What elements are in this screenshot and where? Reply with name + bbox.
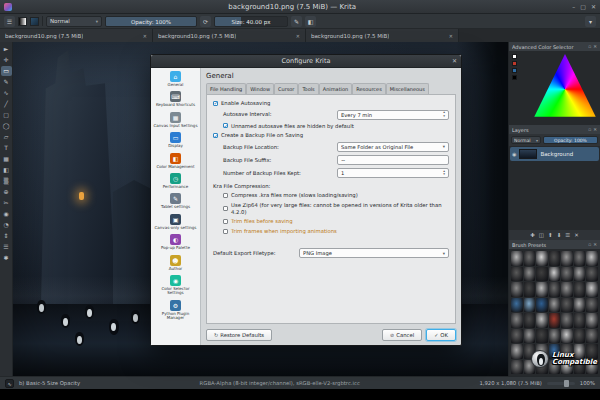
toolbox-tool-button[interactable]: ☰	[1, 242, 12, 252]
toolbox-tool-button[interactable]: ►	[1, 44, 12, 54]
close-icon[interactable]: ✕	[593, 127, 597, 132]
brush-preset[interactable]	[574, 282, 586, 297]
brush-preset[interactable]	[549, 298, 561, 313]
settings-category[interactable]: ▣ Canvas-only settings	[152, 212, 199, 232]
checkbox[interactable]	[223, 123, 228, 128]
brush-size-slider[interactable]: Size: 40.00 px	[214, 16, 288, 27]
backup-location-dropdown[interactable]: Same Folder as Original File ▾	[337, 142, 449, 152]
backup-suffix-field[interactable]	[341, 157, 445, 163]
brush-preset[interactable]	[536, 251, 548, 266]
checkbox[interactable]	[213, 101, 218, 106]
brush-preset[interactable]	[511, 282, 523, 297]
brush-preset[interactable]	[574, 313, 586, 328]
settings-category[interactable]: ⌨ Keyboard Shortcuts	[152, 89, 199, 109]
brush-preset[interactable]	[574, 251, 586, 266]
opacity-slider[interactable]: Opacity: 100%	[105, 16, 197, 27]
zoom-slider[interactable]	[547, 382, 575, 385]
autosave-interval-spinbox[interactable]: Every 7 min ▴ ▾	[337, 110, 449, 120]
checkbox[interactable]	[223, 206, 228, 211]
brush-preview-icon[interactable]: ∿	[5, 379, 14, 388]
brush-preset[interactable]	[511, 329, 523, 344]
eraser-icon[interactable]: ◧	[305, 16, 316, 27]
brush-preset[interactable]	[511, 313, 523, 328]
backup-count-spinbox[interactable]: 1 ▴ ▾	[337, 168, 449, 178]
toolbox-tool-button[interactable]: ∿	[1, 88, 12, 98]
brush-preset[interactable]	[524, 329, 536, 344]
settings-category[interactable]: ⌂ General	[152, 69, 199, 89]
brush-preset[interactable]	[574, 298, 586, 313]
chevron-down-icon[interactable]: ▾	[585, 16, 596, 27]
brush-preset[interactable]	[536, 267, 548, 282]
brush-presets-dock-header[interactable]: Brush Presets ▫ ✕	[509, 240, 600, 249]
layer-properties-icon[interactable]: ☰	[565, 232, 570, 238]
reload-icon[interactable]: ⟳	[200, 16, 211, 27]
brush-preset[interactable]	[511, 251, 523, 266]
move-layer-down-icon[interactable]: ⬇	[557, 232, 562, 238]
brush-preset[interactable]	[524, 282, 536, 297]
settings-tab[interactable]: File Handling	[206, 83, 246, 94]
move-layer-up-icon[interactable]: ⬆	[548, 232, 553, 238]
brush-icon[interactable]: ✎	[291, 16, 302, 27]
brush-preset[interactable]	[524, 251, 536, 266]
brush-preset[interactable]	[524, 298, 536, 313]
settings-tab[interactable]: Cursor	[274, 83, 298, 94]
brush-preset[interactable]	[586, 329, 598, 344]
toolbox-tool-button[interactable]: T	[1, 143, 12, 153]
brush-preset[interactable]	[561, 282, 573, 297]
foreground-color-swatch[interactable]	[30, 17, 39, 26]
checkbox[interactable]	[213, 133, 218, 138]
toolbox-tool-button[interactable]: ◔	[1, 220, 12, 230]
close-icon[interactable]: ✕	[296, 33, 300, 39]
settings-category[interactable]: ▦ Canvas Input Settings	[152, 110, 199, 130]
layers-dock-header[interactable]: Layers ▫ ✕	[509, 125, 600, 134]
toolbox-tool-button[interactable]: ▦	[1, 154, 12, 164]
settings-category[interactable]: ◧ Color Management	[152, 151, 199, 171]
brush-preset[interactable]	[586, 313, 598, 328]
spinbox-arrows[interactable]: ▴ ▾	[443, 111, 445, 117]
duplicate-layer-icon[interactable]: ◫	[539, 232, 544, 238]
brush-preset[interactable]	[549, 267, 561, 282]
document-tab[interactable]: background10.png (7.5 MiB) ✕	[0, 29, 153, 42]
brush-preset[interactable]	[561, 251, 573, 266]
layer-row[interactable]: ◉ Background	[510, 147, 599, 161]
spinbox-arrows[interactable]: ▴ ▾	[443, 170, 445, 176]
brush-preset[interactable]	[536, 298, 548, 313]
checkbox[interactable]	[223, 229, 228, 234]
close-icon[interactable]: ✕	[591, 3, 596, 10]
brush-preset[interactable]	[586, 251, 598, 266]
brush-preset[interactable]	[511, 360, 523, 375]
brush-preset[interactable]	[586, 298, 598, 313]
brush-preset[interactable]	[549, 282, 561, 297]
toolbox-tool-button[interactable]: ✎	[1, 77, 12, 87]
color-triangle[interactable]	[533, 54, 597, 118]
brush-preset[interactable]	[536, 282, 548, 297]
close-icon[interactable]: ✕	[143, 33, 147, 39]
brush-preset[interactable]	[549, 251, 561, 266]
brush-preset[interactable]	[524, 313, 536, 328]
settings-category[interactable]: ▭ Display	[152, 130, 199, 150]
advanced-color-selector[interactable]	[509, 51, 600, 125]
settings-category[interactable]: ⚙ Python Plugin Manager	[152, 298, 199, 323]
menu-icon[interactable]: ☰	[4, 16, 15, 27]
close-icon[interactable]: ✕	[593, 44, 597, 49]
close-icon[interactable]: ✕	[449, 33, 453, 39]
settings-tab[interactable]: Resources	[352, 83, 386, 94]
checkbox[interactable]	[223, 219, 228, 224]
toolbox-tool-button[interactable]: ◉	[1, 209, 12, 219]
settings-category[interactable]: ☻ Author	[152, 253, 199, 273]
brush-preset[interactable]	[511, 298, 523, 313]
brush-preset[interactable]	[586, 267, 598, 282]
toolbox-tool-button[interactable]: ▒	[1, 176, 12, 186]
toolbox-tool-button[interactable]: ◧	[1, 165, 12, 175]
brush-preset[interactable]	[561, 329, 573, 344]
brush-preset[interactable]	[586, 282, 598, 297]
settings-tab[interactable]: Tools	[298, 83, 318, 94]
delete-layer-icon[interactable]: ✕	[574, 232, 579, 238]
visibility-eye-icon[interactable]: ◉	[512, 151, 516, 157]
toolbox-tool-button[interactable]: ▭	[1, 66, 12, 76]
toolbox-tool-button[interactable]: ▢	[1, 110, 12, 120]
brush-preset[interactable]	[574, 267, 586, 282]
gradient-chooser[interactable]	[18, 17, 27, 26]
document-tab[interactable]: background10.png (7.5 MiB) ✕	[153, 29, 306, 42]
default-export-filetype-dropdown[interactable]: PNG Image ▾	[299, 248, 449, 258]
